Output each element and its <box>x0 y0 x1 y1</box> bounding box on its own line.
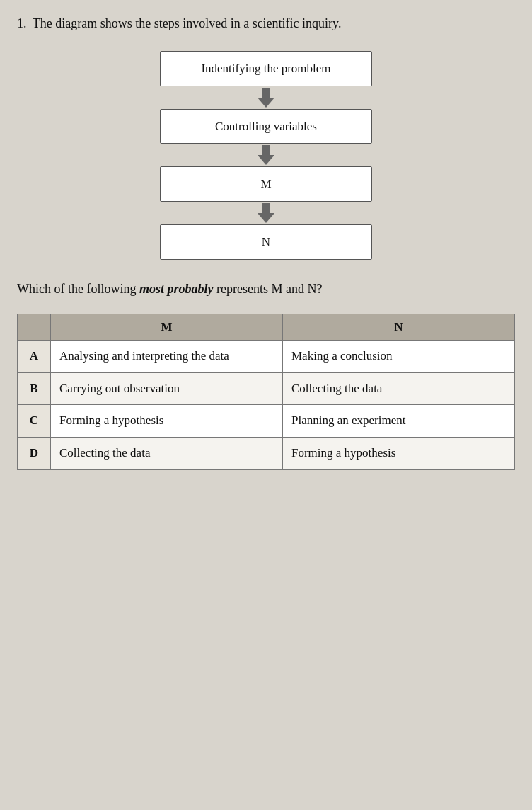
arrow-2 <box>258 145 274 165</box>
intro-text: 1. The diagram shows the steps involved … <box>17 14 515 34</box>
option-letter: C <box>18 405 51 438</box>
option-letter: D <box>18 437 51 469</box>
flow-box-2: Controlling variables <box>160 109 372 144</box>
intro-body: The diagram shows the steps involved in … <box>33 16 342 30</box>
answer-table: M N AAnalysing and interpreting the data… <box>17 314 515 470</box>
option-n-d: Forming a hypothesis <box>283 437 515 469</box>
arrow-1 <box>258 88 274 108</box>
option-n-c: Planning an experiment <box>283 405 515 438</box>
flow-box-3: M <box>160 166 372 202</box>
option-letter: A <box>18 340 51 372</box>
table-row: AAnalysing and interpreting the dataMaki… <box>18 340 515 372</box>
table-row: DCollecting the dataForming a hypothesis <box>18 437 515 469</box>
table-header-m: M <box>51 314 283 340</box>
arrow-3 <box>258 203 274 223</box>
option-n-a: Making a conclusion <box>283 340 515 372</box>
option-m-d: Collecting the data <box>51 437 283 469</box>
question-prefix: Which of the following <box>17 282 139 296</box>
option-letter: B <box>18 372 51 405</box>
question-number: 1. <box>17 14 27 34</box>
option-m-a: Analysing and interpreting the data <box>51 340 283 372</box>
table-header-blank <box>18 314 51 340</box>
flowchart: Indentifying the promblem Controlling va… <box>146 51 386 260</box>
question-suffix: represents M and N? <box>213 282 322 296</box>
question-text: Which of the following most probably rep… <box>17 280 515 300</box>
table-row: CForming a hypothesisPlanning an experim… <box>18 405 515 438</box>
flow-box-4: N <box>160 224 372 260</box>
question-bold-italic: most probably <box>139 282 214 296</box>
table-header-n: N <box>283 314 515 340</box>
option-n-b: Collecting the data <box>283 372 515 405</box>
option-m-b: Carrying out observation <box>51 372 283 405</box>
table-row: BCarrying out observationCollecting the … <box>18 372 515 405</box>
flow-box-1: Indentifying the promblem <box>160 51 372 86</box>
option-m-c: Forming a hypothesis <box>51 405 283 438</box>
